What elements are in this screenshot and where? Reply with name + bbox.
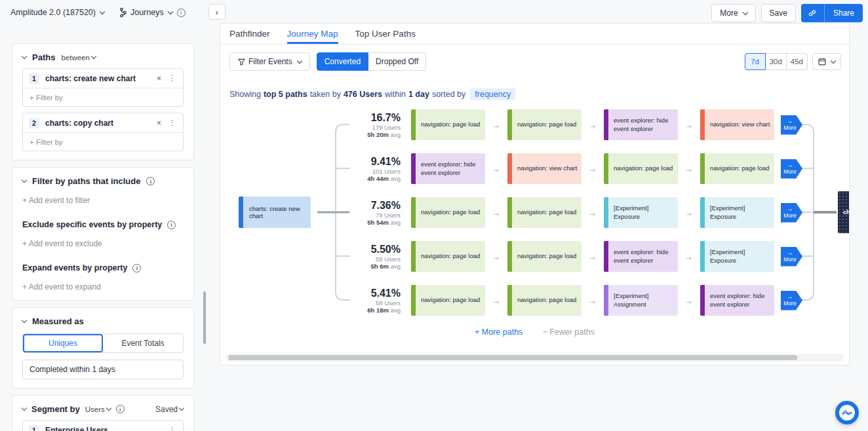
info-icon[interactable]: i xyxy=(146,177,155,185)
tab-journey-map[interactable]: Journey Map xyxy=(287,24,338,44)
add-event-to-exclude-link[interactable]: + Add event to exclude xyxy=(22,239,184,248)
uniques-option[interactable]: Uniques xyxy=(23,334,103,352)
filter-icon xyxy=(238,58,245,66)
event-card[interactable]: navigation: page load xyxy=(604,153,678,184)
range-30d[interactable]: 30d xyxy=(765,53,787,70)
event-index-badge: 2 xyxy=(29,118,39,128)
event-card[interactable]: [Experiment] Exposure xyxy=(700,241,774,272)
more-events-badge[interactable]: →More xyxy=(781,159,802,179)
segment-type-dropdown[interactable]: Users xyxy=(85,405,111,413)
filter-by-row[interactable]: + Filter by xyxy=(23,132,183,151)
end-event-node[interactable]: charts: copy chart xyxy=(838,191,850,233)
event-card[interactable]: event explorer: hide event explorer xyxy=(700,285,774,316)
amplitude-fab-button[interactable] xyxy=(835,401,859,424)
dropped-off-option[interactable]: Dropped Off xyxy=(368,52,426,71)
tab-pathfinder[interactable]: Pathfinder xyxy=(229,24,270,44)
saved-dropdown[interactable]: Saved xyxy=(155,405,184,414)
path-event-row[interactable]: 1 charts: create new chart × ⋮ xyxy=(23,69,183,88)
event-card[interactable]: navigation: view chart xyxy=(700,109,774,140)
arrow-icon: → xyxy=(582,164,604,174)
horizontal-scrollbar-thumb[interactable] xyxy=(228,355,797,360)
event-card[interactable]: navigation: page load xyxy=(411,285,485,316)
collapse-section-icon[interactable] xyxy=(22,54,27,59)
add-event-to-filter-link[interactable]: + Add event to filter xyxy=(22,196,184,205)
add-event-to-expand-link[interactable]: + Add event to expand xyxy=(22,282,184,291)
project-name: Amplitude 2.0 (187520) xyxy=(10,8,96,17)
range-45d[interactable]: 45d xyxy=(786,53,808,70)
journeys-icon xyxy=(119,7,128,18)
paths-mode-dropdown[interactable]: between xyxy=(61,54,95,62)
collapse-section-icon[interactable] xyxy=(22,178,27,183)
info-icon[interactable]: i xyxy=(116,405,125,413)
info-icon[interactable]: i xyxy=(132,264,141,272)
path-percent: 16.7% xyxy=(345,111,401,124)
event-totals-option[interactable]: Event Totals xyxy=(103,334,183,352)
kebab-menu-icon[interactable]: ⋮ xyxy=(167,426,177,431)
amplitude-logo-icon xyxy=(839,405,855,421)
path-row: 5.41% 58 Users 6h 18m avg navigation: pa… xyxy=(345,285,802,316)
path-stats: 16.7% 179 Users 5h 20m avg xyxy=(345,111,401,139)
share-button[interactable]: Share xyxy=(825,4,863,22)
event-card[interactable]: [Experiment] Exposure xyxy=(604,197,678,228)
sidebar-scrollbar[interactable] xyxy=(203,291,206,344)
event-card[interactable]: navigation: view chart xyxy=(507,153,582,184)
filter-events-button[interactable]: Filter Events xyxy=(229,52,310,71)
event-card[interactable]: event explorer: hide event explorer xyxy=(604,241,678,272)
event-card[interactable]: navigation: page load xyxy=(411,197,485,228)
info-icon[interactable]: i xyxy=(177,9,186,17)
kebab-menu-icon[interactable]: ⋮ xyxy=(167,119,177,127)
start-event-node[interactable]: charts: create new chart xyxy=(239,197,311,228)
segment-row[interactable]: 1 Enterprise Users ⋮ xyxy=(23,421,183,431)
path-row: 9.41% 101 Users 4h 44m avg event explore… xyxy=(345,153,802,184)
remove-event-icon[interactable]: × xyxy=(157,119,161,128)
chevron-down-icon xyxy=(296,58,302,63)
range-7d[interactable]: 7d xyxy=(745,53,766,70)
filter-by-row[interactable]: + Filter by xyxy=(23,88,183,106)
event-card[interactable]: navigation: page load xyxy=(507,109,582,140)
path-event-group: 1 charts: create new chart × ⋮ + Filter … xyxy=(22,68,184,107)
calendar-dropdown[interactable] xyxy=(812,53,841,70)
remove-event-icon[interactable]: × xyxy=(157,74,161,83)
completed-within-selector[interactable]: Completed within 1 days xyxy=(22,360,184,379)
event-card[interactable]: event explorer: hide event explorer xyxy=(411,153,485,184)
tab-top-user-paths[interactable]: Top User Paths xyxy=(355,24,416,44)
converted-option[interactable]: Converted xyxy=(317,52,368,71)
path-event-row[interactable]: 2 charts: copy chart × ⋮ xyxy=(23,113,183,132)
arrow-icon: → xyxy=(485,296,507,305)
save-button[interactable]: Save xyxy=(761,4,796,22)
event-card[interactable]: [Experiment] Assignment xyxy=(604,285,678,316)
converted-toggle: Converted Dropped Off xyxy=(317,52,427,71)
fewer-paths-link[interactable]: − Fewer paths xyxy=(542,328,595,337)
segment-index-badge: 1 xyxy=(29,425,39,431)
path-users: 101 Users xyxy=(345,168,401,175)
paths-title: Paths xyxy=(32,52,55,62)
event-card[interactable]: navigation: page load xyxy=(507,241,582,272)
event-card[interactable]: navigation: page load xyxy=(411,241,485,272)
kebab-menu-icon[interactable]: ⋮ xyxy=(167,74,177,83)
collapse-section-icon[interactable] xyxy=(22,405,27,411)
more-events-badge[interactable]: →More xyxy=(781,247,802,267)
event-card[interactable]: navigation: page load xyxy=(507,285,582,316)
collapse-section-icon[interactable] xyxy=(22,318,27,323)
copy-link-button[interactable] xyxy=(801,4,825,22)
collapse-sidebar-button[interactable]: ‹ xyxy=(208,4,226,20)
chevron-down-icon xyxy=(742,9,747,14)
more-events-badge[interactable]: →More xyxy=(781,203,802,223)
more-events-badge[interactable]: →More xyxy=(781,115,802,135)
info-icon[interactable]: i xyxy=(167,221,176,229)
arrow-icon: → xyxy=(582,121,604,130)
more-button[interactable]: More xyxy=(711,4,755,22)
event-card[interactable]: navigation: page load xyxy=(411,109,485,140)
arrow-icon: → xyxy=(582,252,604,261)
chevron-down-icon xyxy=(106,405,111,411)
journeys-selector[interactable]: Journeys xyxy=(119,7,172,18)
more-paths-link[interactable]: + More paths xyxy=(475,328,523,337)
project-selector[interactable]: Amplitude 2.0 (187520) xyxy=(10,8,104,17)
arrow-icon: → xyxy=(485,208,507,217)
more-events-badge[interactable]: →More xyxy=(781,291,802,310)
event-card[interactable]: navigation: page load xyxy=(507,197,582,228)
event-card[interactable]: event explorer: hide event explorer xyxy=(604,109,678,140)
event-card[interactable]: [Experiment] Exposure xyxy=(700,197,774,228)
event-card[interactable]: navigation: page load xyxy=(700,153,774,184)
chevron-down-icon xyxy=(167,9,172,14)
